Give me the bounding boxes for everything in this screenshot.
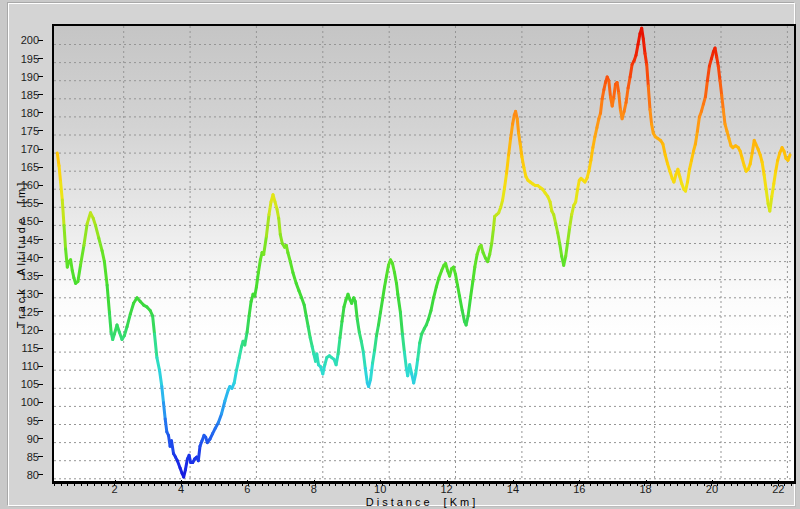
x-tick-label: 8 (294, 483, 334, 495)
track-segment (266, 215, 269, 237)
track-segment (772, 184, 774, 197)
track-segment (462, 311, 464, 322)
track-segment (705, 81, 707, 97)
track-segment (473, 267, 475, 282)
track-segment (64, 225, 66, 249)
track-segment (308, 327, 310, 338)
track-segment (431, 298, 434, 311)
x-tick-label: 18 (626, 483, 666, 495)
track-segment (109, 312, 111, 332)
y-tick-label: 95 (5, 415, 39, 427)
track-segment (381, 300, 383, 313)
track-segment (342, 307, 344, 322)
x-tick-label: 12 (427, 483, 467, 495)
track-segment (162, 387, 164, 403)
track-segment (520, 144, 522, 157)
y-tick-label: 80 (5, 469, 39, 481)
track-segment (160, 370, 162, 386)
x-tick-label: 2 (95, 483, 135, 495)
track-segment (601, 99, 603, 113)
track-segment (647, 64, 649, 86)
track-segment (84, 224, 87, 246)
track-segment (222, 401, 225, 414)
track-segment (458, 285, 460, 296)
track-segment (398, 294, 401, 312)
x-tick-label: 20 (692, 483, 732, 495)
y-tick-label: 170 (5, 143, 39, 155)
track-segment (643, 39, 645, 54)
track-segment (338, 338, 340, 354)
track-segment (104, 262, 107, 286)
y-tick-label: 190 (5, 71, 39, 83)
y-tick-label: 125 (5, 306, 39, 318)
track-segment (648, 86, 650, 110)
track-segment (593, 137, 595, 148)
y-tick-label: 90 (5, 433, 39, 445)
track-segment (788, 155, 790, 160)
track-segment (720, 81, 722, 95)
track-segment (688, 169, 690, 182)
track-segment (630, 64, 632, 77)
track-segment (614, 84, 616, 97)
track-segment (61, 182, 63, 200)
y-tick-label: 150 (5, 215, 39, 227)
track-segment (157, 358, 160, 371)
track-segment (373, 350, 375, 363)
track-segment (107, 285, 109, 312)
track-segment (81, 245, 84, 265)
track-segment (522, 157, 524, 168)
track-segment (62, 200, 64, 225)
track-segment (317, 354, 319, 365)
track-segment (460, 296, 463, 311)
track-segment (379, 312, 381, 325)
track-segment (636, 45, 638, 56)
track-segment (566, 242, 568, 257)
track-segment (293, 273, 296, 284)
track-segment (503, 187, 505, 200)
y-tick-label: 155 (5, 197, 39, 209)
track-segment (418, 343, 420, 359)
track-segment (404, 352, 406, 368)
track-segment (395, 273, 397, 284)
track-segment (377, 325, 379, 336)
track-segment (770, 197, 772, 212)
track-segment (269, 202, 271, 215)
track-segment (402, 334, 404, 352)
track-segment (560, 244, 562, 257)
y-tick-label: 180 (5, 107, 39, 119)
y-tick-label: 175 (5, 125, 39, 137)
track-segment (99, 238, 102, 251)
y-tick-label: 195 (5, 53, 39, 65)
track-segment (558, 233, 560, 244)
track-segment (570, 215, 572, 228)
track-segment (247, 316, 249, 332)
track-segment (249, 302, 251, 316)
track-segment (375, 336, 377, 351)
track-segment (363, 352, 365, 368)
y-tick-label: 185 (5, 89, 39, 101)
track-segment (774, 171, 776, 184)
y-tick-label: 145 (5, 234, 39, 246)
track-segment (764, 175, 766, 189)
track-segment (576, 189, 578, 202)
track-segment (591, 148, 593, 161)
track-segment (71, 260, 73, 271)
track-segment (471, 282, 473, 298)
y-tick-label: 165 (5, 161, 39, 173)
track-segment (130, 303, 133, 314)
track-segment (258, 260, 260, 273)
track-segment (290, 262, 293, 273)
track-segment (609, 81, 611, 97)
y-tick-label: 115 (5, 342, 39, 354)
track-segment (707, 66, 709, 81)
track-segment (434, 287, 437, 298)
track-segment (663, 144, 665, 155)
track-segment (468, 298, 470, 316)
y-tick-label: 120 (5, 324, 39, 336)
track-segment (766, 189, 768, 204)
track-segment (387, 265, 389, 276)
track-segment (519, 133, 521, 144)
track-segment (127, 314, 130, 327)
track-segment (165, 419, 167, 432)
track-segment (357, 320, 359, 333)
